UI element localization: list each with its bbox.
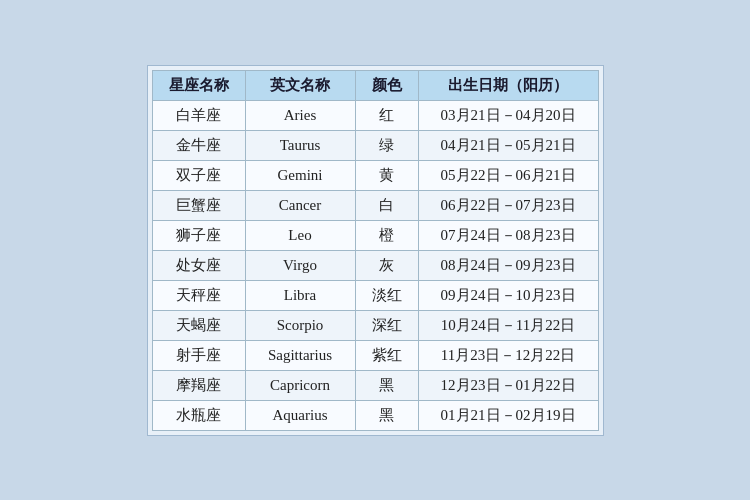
cell-english: Aquarius (245, 400, 355, 430)
cell-chinese: 金牛座 (152, 130, 245, 160)
cell-english: Virgo (245, 250, 355, 280)
cell-english: Libra (245, 280, 355, 310)
cell-chinese: 处女座 (152, 250, 245, 280)
cell-chinese: 水瓶座 (152, 400, 245, 430)
cell-chinese: 白羊座 (152, 100, 245, 130)
table-body: 白羊座Aries红03月21日－04月20日金牛座Taurus绿04月21日－0… (152, 100, 598, 430)
cell-chinese: 天蝎座 (152, 310, 245, 340)
table-row: 射手座Sagittarius紫红11月23日－12月22日 (152, 340, 598, 370)
cell-chinese: 狮子座 (152, 220, 245, 250)
table-row: 巨蟹座Cancer白06月22日－07月23日 (152, 190, 598, 220)
cell-date: 08月24日－09月23日 (418, 250, 598, 280)
cell-english: Taurus (245, 130, 355, 160)
table-row: 摩羯座Capricorn黑12月23日－01月22日 (152, 370, 598, 400)
table-row: 白羊座Aries红03月21日－04月20日 (152, 100, 598, 130)
cell-date: 04月21日－05月21日 (418, 130, 598, 160)
header-english: 英文名称 (245, 70, 355, 100)
cell-color: 黑 (355, 370, 418, 400)
table-header-row: 星座名称 英文名称 颜色 出生日期（阳历） (152, 70, 598, 100)
cell-date: 01月21日－02月19日 (418, 400, 598, 430)
table-row: 金牛座Taurus绿04月21日－05月21日 (152, 130, 598, 160)
cell-date: 09月24日－10月23日 (418, 280, 598, 310)
cell-english: Leo (245, 220, 355, 250)
cell-color: 深红 (355, 310, 418, 340)
zodiac-table: 星座名称 英文名称 颜色 出生日期（阳历） 白羊座Aries红03月21日－04… (152, 70, 599, 431)
table-row: 天秤座Libra淡红09月24日－10月23日 (152, 280, 598, 310)
header-color: 颜色 (355, 70, 418, 100)
cell-color: 黑 (355, 400, 418, 430)
cell-color: 白 (355, 190, 418, 220)
cell-color: 紫红 (355, 340, 418, 370)
cell-chinese: 射手座 (152, 340, 245, 370)
table-row: 处女座Virgo灰08月24日－09月23日 (152, 250, 598, 280)
cell-date: 03月21日－04月20日 (418, 100, 598, 130)
cell-date: 11月23日－12月22日 (418, 340, 598, 370)
zodiac-table-container: 星座名称 英文名称 颜色 出生日期（阳历） 白羊座Aries红03月21日－04… (147, 65, 604, 436)
cell-date: 10月24日－11月22日 (418, 310, 598, 340)
cell-english: Gemini (245, 160, 355, 190)
cell-color: 绿 (355, 130, 418, 160)
cell-color: 橙 (355, 220, 418, 250)
cell-chinese: 巨蟹座 (152, 190, 245, 220)
cell-date: 05月22日－06月21日 (418, 160, 598, 190)
cell-date: 06月22日－07月23日 (418, 190, 598, 220)
cell-chinese: 天秤座 (152, 280, 245, 310)
cell-chinese: 双子座 (152, 160, 245, 190)
cell-date: 07月24日－08月23日 (418, 220, 598, 250)
cell-date: 12月23日－01月22日 (418, 370, 598, 400)
cell-color: 灰 (355, 250, 418, 280)
table-row: 双子座Gemini黄05月22日－06月21日 (152, 160, 598, 190)
cell-color: 黄 (355, 160, 418, 190)
cell-english: Scorpio (245, 310, 355, 340)
cell-chinese: 摩羯座 (152, 370, 245, 400)
header-chinese: 星座名称 (152, 70, 245, 100)
cell-english: Sagittarius (245, 340, 355, 370)
cell-english: Aries (245, 100, 355, 130)
cell-color: 红 (355, 100, 418, 130)
cell-english: Capricorn (245, 370, 355, 400)
table-row: 狮子座Leo橙07月24日－08月23日 (152, 220, 598, 250)
cell-color: 淡红 (355, 280, 418, 310)
table-row: 天蝎座Scorpio深红10月24日－11月22日 (152, 310, 598, 340)
cell-english: Cancer (245, 190, 355, 220)
header-date: 出生日期（阳历） (418, 70, 598, 100)
table-row: 水瓶座Aquarius黑01月21日－02月19日 (152, 400, 598, 430)
